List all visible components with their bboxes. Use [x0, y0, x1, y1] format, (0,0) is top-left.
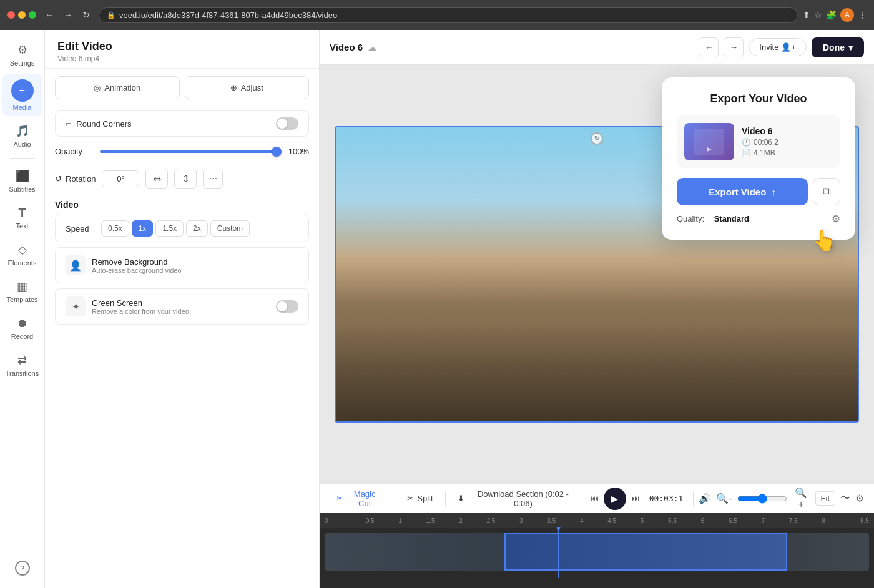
back-button[interactable]: ← [41, 7, 57, 22]
sidebar-item-subtitles[interactable]: ⬛ Subtitles [2, 164, 42, 198]
ruler-mark: 4 [567, 517, 597, 524]
sidebar-item-label: Settings [10, 59, 35, 67]
timeline-ruler: 0 0.5 1 1.5 2 2.5 3 3.5 4 4.5 5 5.5 6 6.… [320, 513, 874, 528]
waveform-button[interactable]: 〜 [840, 492, 850, 505]
topbar-left: Video 6 ☁ [330, 42, 376, 52]
remove-background-info: 👤 Remove Background Auto-erase backgroun… [66, 255, 182, 275]
maximize-dot [29, 11, 36, 19]
transitions-icon: ⇄ [15, 353, 30, 368]
download-label: Download Section (0:02 - 0:06) [468, 489, 579, 508]
ruler-mark: 0.5 [355, 517, 385, 524]
remove-background-row[interactable]: 👤 Remove Background Auto-erase backgroun… [55, 247, 309, 283]
speed-custom[interactable]: Custom [210, 220, 250, 237]
address-bar[interactable]: 🔒 veed.io/edit/a8de337d-4f87-4361-807b-a… [99, 7, 798, 23]
flip-vertical-button[interactable]: ⇕ [174, 169, 197, 189]
sidebar-item-help[interactable]: ? [2, 556, 42, 581]
tab-animation[interactable]: ◎ Animation [55, 76, 180, 99]
timeline-track[interactable]: ▼ [320, 528, 874, 578]
sidebar-item-elements[interactable]: ◇ Elements [2, 237, 42, 272]
zoom-out-button[interactable]: 🔍- [716, 492, 732, 504]
more-icon: ··· [209, 173, 217, 184]
toolbar-right: ⏮ ▶ ⏭ 00:03:1 🔊 🔍- 🔍+ Fit 〜 ⚙ [591, 487, 864, 510]
invite-button[interactable]: Invite 👤+ [749, 38, 807, 56]
download-section-button[interactable]: ⬇ Download Section (0:02 - 0:06) [451, 486, 586, 512]
sidebar-item-media[interactable]: + Media [2, 74, 42, 116]
lock-icon: 🔒 [107, 11, 115, 19]
magic-cut-button[interactable]: ✂ Magic Cut [330, 486, 390, 512]
ruler-mark: 3.5 [536, 517, 566, 524]
menu-button[interactable]: ⋮ [858, 8, 867, 22]
play-button[interactable]: ▶ [604, 488, 626, 510]
undo-button[interactable]: ← [699, 37, 719, 57]
forward-button[interactable]: → [60, 7, 76, 22]
split-button[interactable]: ✂ Split [400, 490, 439, 507]
rotation-row: ↺ Rotation ⇔ ⇕ ··· [45, 162, 319, 195]
speed-2x[interactable]: 2x [186, 220, 208, 237]
export-thumbnail: ▶ [684, 123, 734, 160]
export-btn-label: Export Video [709, 187, 766, 197]
timeline: 0 0.5 1 1.5 2 2.5 3 3.5 4 4.5 5 5.5 6 6.… [320, 513, 874, 588]
done-button[interactable]: Done ▾ [812, 37, 864, 57]
toolbar-divider-3 [693, 491, 694, 506]
ruler-mark: 2.5 [476, 517, 506, 524]
copy-link-button[interactable]: ⧉ [813, 178, 840, 205]
ruler-mark: 2 [446, 517, 476, 524]
zoom-slider[interactable] [737, 494, 787, 504]
flip-v-icon: ⇕ [182, 173, 190, 185]
tab-adjust[interactable]: ⊕ Adjust [185, 76, 310, 99]
volume-button[interactable]: 🔊 [699, 492, 711, 504]
sidebar-item-templates[interactable]: ▦ Templates [2, 274, 42, 308]
sidebar-item-transitions[interactable]: ⇄ Transitions [2, 348, 42, 382]
extensions-button[interactable]: 🧩 [826, 8, 837, 22]
track-segment-left [325, 533, 504, 571]
playhead[interactable]: ▼ [558, 528, 559, 578]
opacity-slider[interactable] [100, 150, 277, 153]
rotation-input[interactable] [102, 170, 139, 187]
sidebar: ⚙ Settings + Media 🎵 Audio ⬛ Subtitles T… [0, 30, 45, 588]
ruler-mark: 5 [627, 517, 657, 524]
speed-1.5x[interactable]: 1.5x [155, 220, 184, 237]
export-panel: Export Your Video ▶ Video 6 🕐 [662, 77, 855, 240]
sidebar-item-audio[interactable]: 🎵 Audio [2, 119, 42, 153]
speed-0.5x[interactable]: 0.5x [101, 220, 129, 237]
track-strip [325, 533, 869, 571]
export-action-row: Export Video ↑ ⧉ [677, 178, 840, 205]
magic-cut-label: Magic Cut [346, 489, 383, 508]
sidebar-item-label: Subtitles [9, 185, 35, 193]
video-section-title: Video [45, 195, 319, 212]
zoom-in-button[interactable]: 🔍+ [792, 487, 810, 510]
skip-back-button[interactable]: ⏮ [591, 494, 599, 503]
speed-1x[interactable]: 1x [132, 220, 154, 237]
sidebar-item-record[interactable]: ⏺ Record [2, 311, 42, 345]
help-icon: ? [15, 561, 30, 576]
export-gear-button[interactable]: ⚙ [832, 213, 840, 225]
tab-buttons: ◎ Animation ⊕ Adjust [45, 69, 319, 107]
rotate-handle-icon: ↻ [594, 135, 599, 142]
refresh-button[interactable]: ↻ [79, 7, 94, 22]
settings-button[interactable]: ⚙ [855, 492, 864, 504]
opacity-value: 100% [284, 147, 309, 156]
fit-button[interactable]: Fit [815, 491, 835, 506]
done-label: Done [823, 42, 845, 52]
share-button[interactable]: ⬆ [803, 8, 810, 22]
playhead-marker: ▼ [555, 524, 562, 533]
round-corners-toggle[interactable] [276, 117, 298, 130]
rotation-icon: ↺ [55, 174, 62, 184]
profile-button[interactable]: A [840, 8, 854, 22]
ruler-mark: 7 [748, 517, 778, 524]
export-video-button[interactable]: Export Video ↑ [677, 178, 808, 205]
bookmark-button[interactable]: ☆ [814, 8, 822, 22]
flip-horizontal-button[interactable]: ⇔ [145, 169, 168, 189]
export-meta: Video 6 🕐 00:06.2 📄 4.1MB [742, 126, 833, 157]
sidebar-item-settings[interactable]: ⚙ Settings [2, 37, 42, 72]
toggle-knob [277, 301, 287, 311]
rotation-more-button[interactable]: ··· [203, 169, 223, 189]
skip-forward-button[interactable]: ⏭ [631, 494, 639, 503]
green-screen-toggle[interactable] [276, 300, 298, 313]
clock-icon: 🕐 [742, 138, 751, 147]
browser-nav[interactable]: ← → ↻ [41, 7, 94, 22]
redo-button[interactable]: → [724, 37, 744, 57]
rotate-handle[interactable]: ↻ [591, 132, 603, 145]
sidebar-item-text[interactable]: T Text [2, 200, 42, 235]
track-segment-active [504, 533, 787, 571]
